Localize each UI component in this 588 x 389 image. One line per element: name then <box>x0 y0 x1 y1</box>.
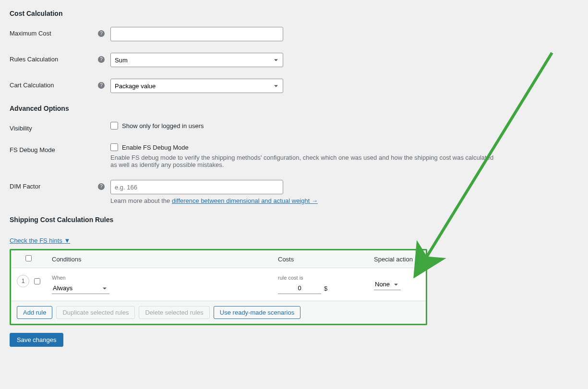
cost-input[interactable] <box>278 283 321 294</box>
max-cost-input[interactable] <box>110 27 283 41</box>
rules-box: Conditions Costs Special action 1 When A… <box>10 249 427 325</box>
visibility-checkbox[interactable] <box>110 122 118 130</box>
currency-symbol: $ <box>324 285 327 292</box>
row-checkbox[interactable] <box>34 278 40 284</box>
col-costs: Costs <box>272 250 368 268</box>
help-icon[interactable]: ? <box>98 82 105 89</box>
save-changes-button[interactable]: Save changes <box>10 333 63 347</box>
when-label: When <box>52 275 266 281</box>
svg-line-0 <box>422 53 552 264</box>
delete-rules-button[interactable]: Delete selected rules <box>139 306 209 319</box>
select-all-checkbox[interactable] <box>25 255 32 261</box>
cost-label: rule cost is <box>278 275 362 281</box>
help-icon[interactable]: ? <box>98 30 105 37</box>
special-action-select[interactable]: None <box>374 279 401 290</box>
visibility-checkbox-label: Show only for logged in users <box>122 122 204 130</box>
help-icon[interactable]: ? <box>98 183 105 190</box>
label-max-cost: Maximum Cost <box>10 30 51 37</box>
dim-factor-input[interactable] <box>110 180 283 194</box>
table-row: 1 When Always rule cost is $ <box>11 268 426 301</box>
dim-link[interactable]: difference between dimensional and actua… <box>172 197 318 204</box>
row-number: 1 <box>17 275 29 287</box>
label-fs-debug: FS Debug Mode <box>10 146 55 153</box>
label-visibility: Visibility <box>10 125 32 132</box>
label-cart-calc: Cart Calculation <box>10 82 54 89</box>
duplicate-rules-button[interactable]: Duplicate selected rules <box>56 306 135 319</box>
label-dim-factor: DIM Factor <box>10 183 40 190</box>
section-cost-calculation: Cost Calculation <box>10 10 578 17</box>
dim-desc-prefix: Learn more about the <box>110 197 172 204</box>
cart-calc-select[interactable]: Package value <box>110 79 283 93</box>
arrow-annotation <box>408 48 562 278</box>
ready-scenarios-button[interactable]: Use ready-made scenarios <box>214 306 300 319</box>
fs-debug-checkbox-label: Enable FS Debug Mode <box>122 144 189 151</box>
when-select[interactable]: Always <box>52 283 109 294</box>
col-conditions: Conditions <box>46 250 272 268</box>
check-hints-link[interactable]: Check the FS hints ▼ <box>10 237 70 244</box>
fs-debug-checkbox[interactable] <box>110 143 118 151</box>
label-rules-calc: Rules Calculation <box>10 56 58 63</box>
add-rule-button[interactable]: Add rule <box>17 306 52 319</box>
help-icon[interactable]: ? <box>98 56 105 63</box>
rules-calc-select[interactable]: Sum <box>110 53 283 67</box>
